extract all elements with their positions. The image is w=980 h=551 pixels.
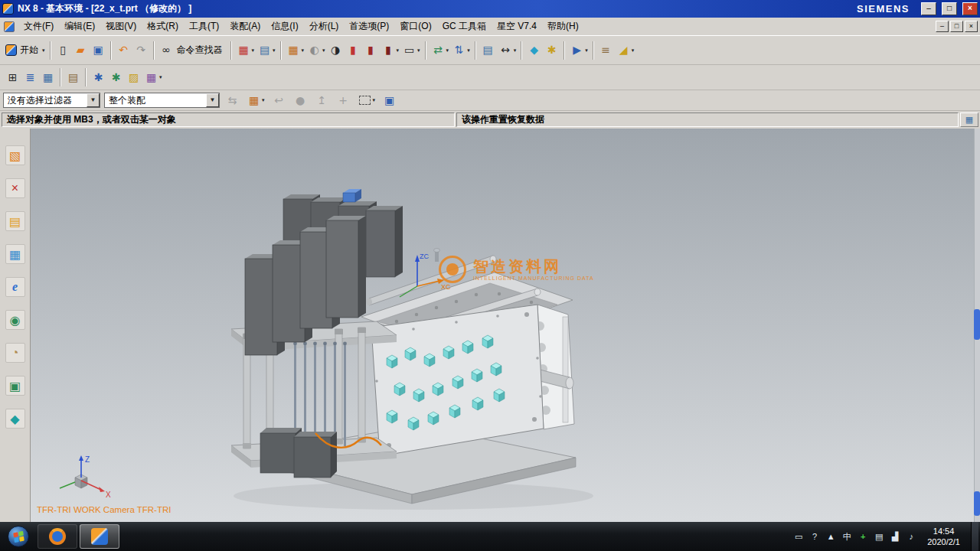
selection-filter-dropdown[interactable]: 没有选择过滤器 ▼ bbox=[3, 93, 100, 108]
menu-view[interactable]: 视图(V) bbox=[100, 18, 142, 35]
selection-scope-dropdown[interactable]: 整个装配 ▼ bbox=[104, 93, 220, 108]
menu-file[interactable]: 文件(F) bbox=[18, 18, 59, 35]
scrollbar-thumb[interactable] bbox=[974, 491, 980, 516]
animation-button[interactable]: ▶▾ bbox=[568, 41, 590, 59]
redo-button[interactable]: ↷ bbox=[132, 41, 150, 59]
face-analysis-3-button[interactable]: ▮▾ bbox=[380, 41, 401, 59]
command-finder-button[interactable]: ∞ 命令查找器 bbox=[158, 41, 227, 59]
help-tray-icon[interactable]: ? bbox=[809, 532, 820, 541]
menu-gc-toolbox[interactable]: GC 工具箱 bbox=[437, 18, 492, 35]
chevron-down-icon: ▾ bbox=[322, 47, 325, 54]
display-tray-icon[interactable]: ▭ bbox=[793, 532, 804, 542]
constraint-navigator-icon[interactable]: × bbox=[5, 178, 25, 198]
window-layout-button[interactable]: ⊞ bbox=[4, 69, 21, 86]
hidden-icons-icon[interactable]: ▲ bbox=[825, 532, 836, 541]
display-info-button[interactable]: ▤▾ bbox=[256, 41, 277, 59]
assembly-navigator-icon[interactable]: ▧ bbox=[5, 145, 25, 165]
antivirus-icon[interactable]: + bbox=[858, 532, 868, 541]
wcs-xc-label: XC bbox=[441, 283, 451, 291]
move-object-button[interactable]: ⇄▾ bbox=[430, 41, 451, 59]
draft-slope-button[interactable]: ◢▾ bbox=[615, 41, 636, 59]
display-table-button[interactable]: ▦ bbox=[39, 69, 57, 86]
start-label: 开始 bbox=[20, 44, 38, 57]
start-menu-button[interactable] bbox=[2, 522, 35, 551]
web-browser-icon[interactable]: ◉ bbox=[5, 310, 25, 330]
part-navigator-icon[interactable]: ▤ bbox=[5, 211, 25, 231]
graphics-viewport[interactable]: ZC XC 智造资料网 INTELLIGENT MANUFACTURING DA… bbox=[31, 129, 980, 522]
utilities-button[interactable]: ✱ bbox=[543, 41, 560, 59]
menu-information[interactable]: 信息(I) bbox=[266, 18, 303, 35]
show-desktop-button[interactable] bbox=[971, 522, 978, 551]
taskbar-firefox-button[interactable] bbox=[38, 524, 77, 549]
flag-cell bbox=[13, 532, 18, 537]
spreadsheet-icon: ▤ bbox=[481, 43, 495, 57]
render-style-button[interactable]: ◐▾ bbox=[305, 41, 327, 59]
roles-icon[interactable]: ◆ bbox=[5, 409, 25, 429]
status-grid-button[interactable]: ▦ bbox=[960, 112, 978, 127]
child-minimize-button[interactable]: – bbox=[936, 21, 949, 32]
close-button[interactable]: × bbox=[962, 2, 978, 15]
crosshair-button[interactable]: + bbox=[335, 92, 352, 109]
internet-explorer-icon[interactable]: e bbox=[5, 277, 25, 297]
up-level-button[interactable]: ↥ bbox=[313, 92, 331, 109]
menu-tools[interactable]: 工具(T) bbox=[184, 18, 224, 35]
clock-date: 2020/2/1 bbox=[927, 536, 960, 547]
system-materials-icon[interactable]: ▣ bbox=[5, 376, 25, 396]
spreadsheet-button[interactable]: ▤ bbox=[479, 41, 497, 59]
triad-x-label: X bbox=[106, 491, 111, 499]
child-restore-button[interactable]: □ bbox=[950, 21, 963, 32]
extract-geometry-button[interactable]: ✱ bbox=[90, 69, 107, 86]
wave-link-button[interactable]: ✱ bbox=[107, 69, 125, 86]
face-analysis-button[interactable]: ▮ bbox=[345, 41, 362, 59]
measure-button[interactable]: ↔▾ bbox=[497, 41, 518, 59]
history-icon[interactable]: ◔ bbox=[5, 343, 25, 363]
table-export-button[interactable]: ▦▾ bbox=[235, 41, 256, 59]
snap-toggle-button[interactable]: ⇆ bbox=[224, 92, 241, 109]
selection-grid-button[interactable]: ▦▾ bbox=[245, 92, 266, 109]
minimize-button[interactable]: – bbox=[921, 2, 936, 15]
save-button[interactable]: ▣ bbox=[90, 41, 107, 59]
window-display-button[interactable]: ▭▾ bbox=[400, 41, 422, 59]
network-icon[interactable]: ▟ bbox=[890, 532, 900, 542]
menu-analysis[interactable]: 分析(L) bbox=[304, 18, 345, 35]
roles-book-icon: ▤ bbox=[66, 70, 80, 85]
dropdown-arrow-icon[interactable]: ▼ bbox=[87, 93, 100, 107]
part-family-button[interactable]: ▨ bbox=[125, 69, 142, 86]
cube-select-button[interactable]: ▣ bbox=[381, 92, 398, 109]
scrollbar-thumb[interactable] bbox=[974, 309, 980, 340]
assembly-constraints-button[interactable]: ⇅▾ bbox=[450, 41, 472, 59]
rect-select-button[interactable]: ▾ bbox=[356, 94, 377, 106]
viewport-scrollbar[interactable] bbox=[974, 129, 980, 522]
dropdown-arrow-icon[interactable]: ▼ bbox=[206, 93, 219, 107]
taskbar-nx-button[interactable] bbox=[80, 524, 119, 549]
menu-assemblies[interactable]: 装配(A) bbox=[224, 18, 266, 35]
menu-format[interactable]: 格式(R) bbox=[142, 18, 184, 35]
menu-window[interactable]: 窗口(O) bbox=[394, 18, 436, 35]
roles-book-button[interactable]: ▤ bbox=[64, 69, 82, 86]
child-close-button[interactable]: × bbox=[965, 21, 978, 32]
open-button[interactable]: ▰ bbox=[72, 41, 90, 59]
view-style-button[interactable]: ▦▾ bbox=[142, 69, 164, 86]
start-button[interactable]: 开始 ▾ bbox=[4, 42, 47, 58]
face-analysis-2-button[interactable]: ▮ bbox=[362, 41, 380, 59]
back-button[interactable]: ↩ bbox=[270, 92, 288, 109]
view-layout-button[interactable]: ▦▾ bbox=[285, 41, 306, 59]
edit-object-display-button[interactable]: ◆ bbox=[525, 41, 543, 59]
ruler-button[interactable]: ≡ bbox=[597, 41, 615, 59]
reuse-library-icon[interactable]: ▦ bbox=[5, 244, 25, 264]
keyboard-icon[interactable]: ▤ bbox=[874, 532, 884, 542]
appearance-sphere-button[interactable]: ◑ bbox=[327, 41, 345, 59]
menu-starspace[interactable]: 星空 V7.4 bbox=[492, 18, 542, 35]
menu-help[interactable]: 帮助(H) bbox=[542, 18, 584, 35]
layer-settings-button[interactable]: ≣ bbox=[21, 69, 39, 86]
maximize-button[interactable]: □ bbox=[942, 2, 957, 15]
sphere-select-button[interactable]: ● bbox=[292, 92, 309, 109]
taskbar-clock[interactable]: 14:54 2020/2/1 bbox=[927, 526, 960, 548]
nx-icon bbox=[91, 528, 108, 545]
ime-icon[interactable]: 中 bbox=[841, 531, 852, 543]
menu-edit[interactable]: 编辑(E) bbox=[59, 18, 100, 35]
undo-button[interactable]: ↶ bbox=[115, 41, 132, 59]
menu-preferences[interactable]: 首选项(P) bbox=[344, 18, 394, 35]
volume-icon[interactable]: ♪ bbox=[906, 532, 916, 541]
new-file-button[interactable]: ▯ bbox=[54, 41, 72, 59]
